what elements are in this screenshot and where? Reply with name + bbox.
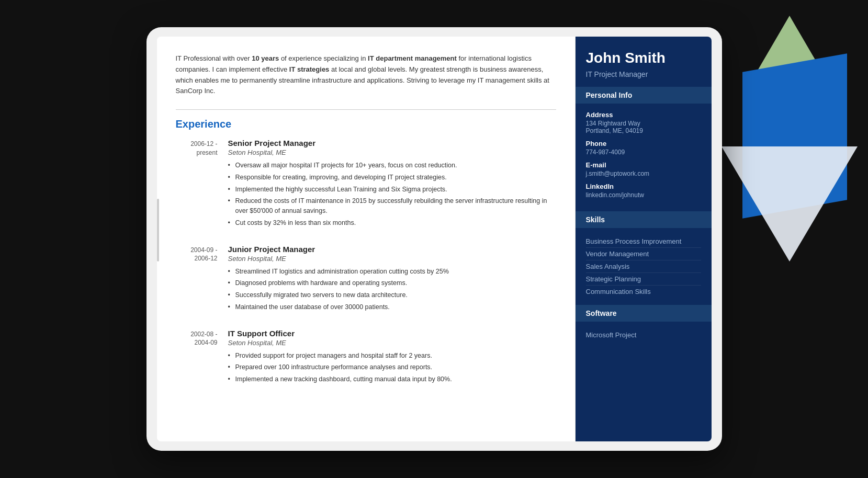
bullet-2-2: Diagnosed problems with hardware and ope… xyxy=(228,278,556,288)
exp-company-1: Seton Hospital, ME xyxy=(228,149,556,156)
experience-item-1: 2006-12 -present Senior Project Manager … xyxy=(176,139,556,230)
phone-value: 774-987-4009 xyxy=(586,149,701,156)
decorative-triangle-white xyxy=(722,146,858,261)
skill-4: Strategic Planning xyxy=(586,273,701,286)
experience-section-title: Experience xyxy=(176,118,556,130)
skill-1: Business Process Improvement xyxy=(586,235,701,248)
personal-info-content: Address 134 Rightward WayPortland, ME, 0… xyxy=(576,104,712,211)
candidate-name: John Smith xyxy=(586,49,701,67)
bullet-2-1: Streamlined IT logistics and administrat… xyxy=(228,267,556,277)
tablet-inner: IT Professional with over 10 years of ex… xyxy=(157,37,712,441)
phone-label: Phone xyxy=(586,140,701,147)
summary-paragraph: IT Professional with over 10 years of ex… xyxy=(176,53,556,97)
bullet-1-5: Cut costs by 32% in less than six months… xyxy=(228,218,556,228)
exp-bullets-3: Provided support for project managers an… xyxy=(228,351,556,384)
exp-date-1: 2006-12 -present xyxy=(176,139,218,230)
bullet-1-4: Reduced the costs of IT maintenance in 2… xyxy=(228,196,556,216)
experience-item-3: 2002-08 -2004-09 IT Support Officer Seto… xyxy=(176,329,556,386)
experience-item-2: 2004-09 -2006-12 Junior Project Manager … xyxy=(176,245,556,314)
outer-container: IT Professional with over 10 years of ex… xyxy=(0,0,868,478)
candidate-job-title: IT Project Manager xyxy=(586,70,701,78)
exp-title-3: IT Support Officer xyxy=(228,329,556,338)
bullet-2-4: Maintained the user database of over 300… xyxy=(228,302,556,312)
bullet-3-1: Provided support for project managers an… xyxy=(228,351,556,361)
bullet-1-3: Implemented the highly successful Lean T… xyxy=(228,185,556,195)
exp-bullets-1: Oversaw all major hospital IT projects f… xyxy=(228,161,556,228)
email-value: j.smith@uptowork.com xyxy=(586,170,701,177)
tablet-frame: IT Professional with over 10 years of ex… xyxy=(146,27,722,451)
bullet-1-2: Responsible for creating, improving, and… xyxy=(228,173,556,183)
exp-date-3: 2002-08 -2004-09 xyxy=(176,329,218,386)
bullet-3-3: Implemented a new tracking dashboard, cu… xyxy=(228,374,556,384)
resume-right-sidebar[interactable]: John Smith IT Project Manager Personal I… xyxy=(576,37,712,441)
skill-2: Vendor Management xyxy=(586,248,701,260)
linkedin-value: linkedin.com/johnutw xyxy=(586,191,701,199)
exp-content-2: Junior Project Manager Seton Hospital, M… xyxy=(228,245,556,314)
scroll-bar xyxy=(157,199,159,261)
bullet-1-1: Oversaw all major hospital IT projects f… xyxy=(228,161,556,170)
exp-content-1: Senior Project Manager Seton Hospital, M… xyxy=(228,139,556,230)
software-header: Software xyxy=(576,305,712,322)
exp-company-3: Seton Hospital, ME xyxy=(228,339,556,347)
address-value: 134 Rightward WayPortland, ME, 04019 xyxy=(586,120,701,134)
bullet-2-3: Successfully migrated two servers to new… xyxy=(228,290,556,300)
skills-content: Business Process Improvement Vendor Mana… xyxy=(576,228,712,305)
software-content: Microsoft Project xyxy=(576,322,712,348)
skill-5: Communication Skills xyxy=(586,286,701,298)
exp-content-3: IT Support Officer Seton Hospital, ME Pr… xyxy=(228,329,556,386)
personal-info-header: Personal Info xyxy=(576,87,712,104)
exp-title-1: Senior Project Manager xyxy=(228,139,556,147)
software-1: Microsoft Project xyxy=(586,329,701,341)
section-divider-experience xyxy=(176,109,556,110)
linkedin-label: LinkedIn xyxy=(586,183,701,190)
exp-title-2: Junior Project Manager xyxy=(228,245,556,254)
exp-company-2: Seton Hospital, ME xyxy=(228,255,556,263)
address-label: Address xyxy=(586,111,701,119)
bullet-3-2: Prepared over 100 infrastructure perform… xyxy=(228,362,556,372)
skill-3: Sales Analysis xyxy=(586,260,701,273)
exp-bullets-2: Streamlined IT logistics and administrat… xyxy=(228,267,556,312)
sidebar-header: John Smith IT Project Manager xyxy=(576,37,712,87)
resume-left-panel[interactable]: IT Professional with over 10 years of ex… xyxy=(157,37,576,441)
exp-date-2: 2004-09 -2006-12 xyxy=(176,245,218,314)
skills-header: Skills xyxy=(576,211,712,228)
email-label: E-mail xyxy=(586,161,701,169)
